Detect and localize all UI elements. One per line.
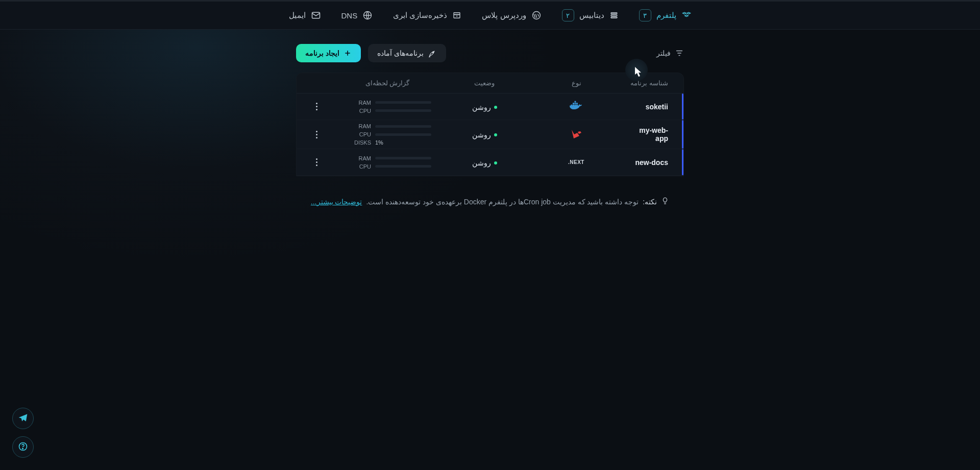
nav-label: DNS xyxy=(341,11,358,20)
svg-point-12 xyxy=(432,52,433,53)
nav-badge: ۲ xyxy=(562,9,574,21)
app-status: روشن xyxy=(438,155,530,170)
question-icon xyxy=(18,441,28,453)
nav-label: ذخیره‌سازی ابری xyxy=(393,11,447,20)
table-head: شناسه برنامه نوع وضعیت گزارش لحظه‌ای xyxy=(297,73,683,93)
create-app-button[interactable]: ایجاد برنامه xyxy=(296,44,361,62)
app-name: my-web-app xyxy=(622,123,683,146)
svg-rect-22 xyxy=(575,101,576,103)
col-status: وضعیت xyxy=(438,79,530,87)
laravel-icon xyxy=(570,128,582,142)
table-row[interactable]: my-web-app روشن RAM CPU DISKS1% xyxy=(297,120,683,149)
svg-rect-19 xyxy=(573,103,574,104)
note-text: توجه داشته باشید که مدیریت Cron job‌ها د… xyxy=(366,198,639,206)
svg-rect-0 xyxy=(611,13,617,14)
col-type: نوع xyxy=(530,79,622,87)
rocket-icon xyxy=(428,49,437,58)
row-menu-button[interactable] xyxy=(312,154,322,170)
ready-apps-button[interactable]: برنامه‌های آماده xyxy=(368,44,446,62)
app-metrics: RAM CPU xyxy=(336,97,438,117)
nav-label: دیتابیس xyxy=(579,11,604,20)
status-dot-icon xyxy=(494,106,497,109)
bulb-icon xyxy=(661,197,669,206)
nav-item-dns[interactable]: DNS xyxy=(341,10,373,20)
archive-icon xyxy=(452,11,461,20)
app-name: soketii xyxy=(622,100,683,114)
floating-buttons xyxy=(12,408,34,458)
nav-item-database[interactable]: دیتابیس ۲ xyxy=(562,9,619,21)
docker-icon xyxy=(569,101,583,112)
help-fab[interactable] xyxy=(12,436,34,458)
nav-item-email[interactable]: ایمیل xyxy=(289,10,321,20)
table-row[interactable]: new-docs NEXT. روشن RAM CPU xyxy=(297,149,683,176)
note-more-link[interactable]: توضیحات بیشتر... xyxy=(311,198,362,206)
svg-rect-1 xyxy=(611,15,617,16)
col-name: شناسه برنامه xyxy=(622,79,683,87)
globe-icon xyxy=(362,10,373,20)
nav-item-platform[interactable]: پلتفرم ۳ xyxy=(639,9,692,21)
telegram-icon xyxy=(18,413,28,425)
status-dot-icon xyxy=(494,133,497,136)
svg-rect-20 xyxy=(575,103,576,104)
note-label: نکته: xyxy=(643,198,657,206)
nav-label: پلتفرم xyxy=(656,11,676,20)
filter-label: فیلتر xyxy=(656,49,671,57)
mail-icon xyxy=(311,10,321,20)
nav-item-wordpress[interactable]: وردپرس پلاس xyxy=(482,10,541,20)
svg-point-3 xyxy=(532,12,540,19)
svg-rect-21 xyxy=(576,103,578,104)
nav-badge: ۳ xyxy=(639,9,651,21)
top-nav: پلتفرم ۳ دیتابیس ۲ وردپرس پلاس ذخیره‌ساز… xyxy=(0,2,980,30)
cubes-icon xyxy=(681,10,692,20)
page-header: فیلتر برنامه‌های آماده ایجاد برنامه xyxy=(296,44,684,62)
col-report: گزارش لحظه‌ای xyxy=(336,79,438,87)
svg-point-24 xyxy=(22,448,23,449)
app-type xyxy=(530,98,622,115)
app-metrics: RAM CPU xyxy=(336,152,438,173)
app-type: NEXT. xyxy=(530,156,622,168)
wordpress-icon xyxy=(531,10,542,20)
plus-icon xyxy=(344,49,352,57)
svg-rect-2 xyxy=(611,17,617,18)
filter-icon xyxy=(675,49,684,58)
ready-apps-label: برنامه‌های آماده xyxy=(377,49,424,57)
app-metrics: RAM CPU DISKS1% xyxy=(336,120,438,149)
filter-button[interactable]: فیلتر xyxy=(656,49,684,58)
app-status: روشن xyxy=(438,99,530,114)
create-app-label: ایجاد برنامه xyxy=(305,49,339,57)
app-type xyxy=(530,125,622,145)
table-row[interactable]: soketii روشن RAM CPU xyxy=(297,93,683,120)
nav-label: وردپرس پلاس xyxy=(482,11,526,20)
status-dot-icon xyxy=(494,161,497,165)
nextjs-icon: NEXT. xyxy=(568,159,584,165)
app-status: روشن xyxy=(438,127,530,142)
database-icon xyxy=(609,11,619,20)
row-menu-button[interactable] xyxy=(312,127,322,143)
nav-item-storage[interactable]: ذخیره‌سازی ابری xyxy=(393,11,461,20)
row-menu-button[interactable] xyxy=(312,99,322,114)
telegram-fab[interactable] xyxy=(12,408,34,429)
info-note: نکته: توجه داشته باشید که مدیریت Cron jo… xyxy=(311,197,669,206)
apps-table: شناسه برنامه نوع وضعیت گزارش لحظه‌ای sok… xyxy=(296,73,684,176)
nav-label: ایمیل xyxy=(289,11,306,20)
app-name: new-docs xyxy=(622,155,683,170)
